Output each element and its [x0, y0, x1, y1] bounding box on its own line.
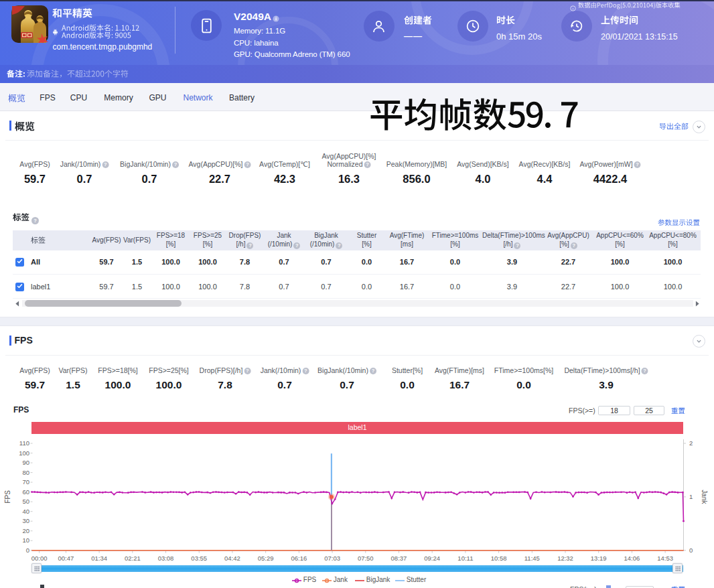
help-icon[interactable]: ?	[302, 368, 309, 374]
cell-value: 0.7	[321, 283, 331, 291]
y-axis-right-label: 1	[689, 493, 693, 500]
overview-collapse-button[interactable]	[693, 121, 705, 133]
tab-cpu[interactable]: CPU	[70, 84, 87, 113]
table-header-cell[interactable]: Avg(FTime)[ms]	[386, 230, 428, 250]
chart-zoom-bar[interactable]	[31, 565, 683, 572]
series-point	[498, 492, 500, 494]
help-icon[interactable]: ?	[172, 161, 179, 168]
tab-label: FPS	[40, 93, 55, 102]
table-header-cell[interactable]: FPS>=18[%]	[153, 230, 189, 250]
help-icon[interactable]: ?	[293, 242, 300, 249]
table-header-cell[interactable]: Avg(AppCPU)[%]?	[542, 230, 595, 250]
table-header-cell[interactable]: FPS>=25[%]	[189, 230, 226, 250]
tab-gpu[interactable]: GPU	[149, 84, 166, 113]
series-point	[626, 492, 628, 494]
stat-label: Stutter[%]	[392, 358, 423, 374]
stat-label: BigJank(/10min)?	[317, 358, 376, 374]
tab-memory[interactable]: Memory	[104, 84, 133, 113]
series-point	[402, 491, 404, 493]
table-header-cell[interactable]: Var(FPS)	[121, 230, 153, 250]
upload-time-value: 20/01/2021 13:15:15	[601, 32, 678, 42]
table-header-label[interactable]	[27, 230, 92, 250]
stat-item: Drop(FPS)[/h]?7.8	[200, 358, 251, 391]
series-point	[516, 491, 518, 493]
table-header-cell[interactable]: Stutter[%]	[348, 230, 386, 250]
tab-network[interactable]: Network	[183, 84, 212, 113]
help-icon[interactable]: ?	[642, 368, 648, 374]
zoom-handle-right[interactable]	[672, 563, 683, 573]
remark-bar[interactable]	[0, 65, 714, 83]
device-cpu: CPU: lahaina	[234, 39, 279, 47]
help-icon[interactable]: ?	[102, 161, 109, 168]
table-header-cell[interactable]: AppCPU<=60%[%]	[595, 230, 645, 250]
series-point	[306, 492, 308, 494]
series-point	[376, 492, 378, 494]
table-header-cell[interactable]: FTime>=100ms[%]	[428, 230, 482, 250]
zoom-handle-left[interactable]	[31, 563, 42, 573]
table-header-cell[interactable]: Jank(/10min)?	[263, 230, 305, 250]
table-header-cell[interactable]: AppCPU<=80%[%]	[645, 230, 701, 250]
legend-item-bigjank[interactable]: BigJank	[355, 576, 390, 584]
series-point	[184, 491, 186, 493]
anomaly-marker	[330, 495, 334, 499]
stat-label-row: Avg(AppCPU)[%]?	[189, 160, 251, 169]
info-icon[interactable]	[273, 13, 279, 25]
parameter-display-settings-link[interactable]	[658, 219, 700, 226]
series-point	[33, 491, 35, 493]
stat-label-text: Avg(FTime)[ms]	[435, 366, 484, 374]
series-point	[62, 492, 64, 494]
table-header-cell[interactable]: BigJank(/10min)?	[305, 230, 348, 250]
legend-item-fps[interactable]: FPS	[292, 576, 316, 584]
row-checkbox[interactable]	[15, 258, 24, 267]
stat-label: Var(FPS)	[59, 358, 88, 374]
help-icon[interactable]: ?	[244, 368, 251, 374]
header-divider	[175, 7, 175, 54]
series-point	[102, 492, 104, 494]
tab-fps[interactable]: FPS	[40, 84, 55, 113]
help-icon[interactable]: ?	[336, 242, 342, 249]
tab-label: Network	[183, 93, 212, 102]
table-header-row: Avg(FPS)Var(FPS)FPS>=18[%]FPS>=25[%]Drop…	[13, 230, 701, 250]
tab-overview[interactable]	[8, 84, 25, 113]
help-icon[interactable]: ?	[364, 161, 371, 168]
table-cell: 100.0	[645, 250, 701, 275]
cell-value: 100.0	[161, 258, 180, 266]
stat-label-text: BigJank(/10min)	[120, 160, 171, 168]
stat-label-text: Avg(FPS)	[19, 366, 50, 374]
stat-label-line2: Normalized	[327, 160, 362, 168]
x-axis-label: 02:21	[125, 555, 141, 562]
table-scroll-right-arrow[interactable]	[695, 300, 701, 307]
help-icon[interactable]: ?	[244, 161, 251, 168]
help-icon[interactable]: ?	[246, 242, 253, 249]
col-line2: [%]	[668, 240, 677, 248]
col-line2: [%]	[450, 240, 459, 248]
legend-item-stutter[interactable]: Stutter	[395, 576, 426, 584]
tab-label: Memory	[104, 93, 133, 102]
row-checkbox[interactable]	[15, 283, 24, 291]
series-point	[597, 494, 599, 496]
table-header-cell[interactable]: Delta(FTime)>100ms[/h]?	[482, 230, 542, 250]
table-cell: 100.0	[153, 275, 189, 299]
table-scroll-left-arrow[interactable]	[15, 300, 20, 307]
stat-label: Avg(Recv)[KB/s]	[519, 152, 571, 168]
stat-label-row: Stutter[%]	[392, 366, 423, 374]
series-point	[646, 492, 648, 494]
cell-value: 100.0	[198, 258, 217, 266]
table-header-cell[interactable]: Drop(FPS)[/h]?	[226, 230, 263, 250]
fps-collapse-button[interactable]	[693, 335, 705, 348]
fps-chart[interactable]: 0102030405060708090100110012FPSJank00:00…	[0, 402, 714, 584]
export-all-link[interactable]	[659, 123, 689, 130]
help-icon[interactable]: ?	[370, 368, 376, 374]
series-point	[348, 492, 350, 494]
help-icon[interactable]: ?	[571, 242, 577, 249]
tab-battery[interactable]: Battery	[229, 84, 255, 113]
legend-item-jank[interactable]: Jank	[322, 576, 348, 584]
stat-label-row: Avg(FTime)[ms]	[435, 366, 484, 374]
help-icon[interactable]: ?	[634, 161, 641, 168]
table-header-cell[interactable]: Avg(FPS)	[92, 230, 121, 250]
help-icon[interactable]: ?	[514, 242, 520, 249]
stat-label-text: Stutter[%]	[392, 366, 423, 374]
series-point	[340, 491, 342, 493]
labels-help-icon[interactable]: ?	[30, 214, 39, 226]
table-scrollbar-thumb[interactable]	[25, 300, 182, 307]
